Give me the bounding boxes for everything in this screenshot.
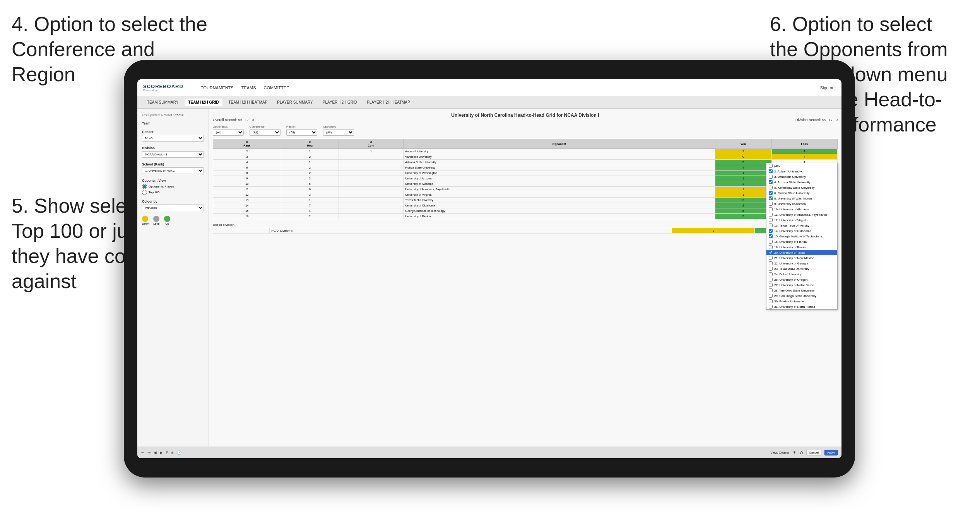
cell-rank: 3 — [213, 154, 281, 160]
view-label: View: Original — [770, 451, 789, 454]
last-updated: Last Updated: 4/7/2024 16:55:38 — [142, 113, 204, 117]
opponent-dropdown-item[interactable]: 11. University of Arkansas, Fayetteville — [766, 212, 837, 217]
table-row: 16 2 University of Florida 5 1 — [213, 214, 838, 219]
cell-conf — [339, 208, 404, 214]
radio-opponents-played[interactable]: Opponents Played — [142, 184, 204, 189]
copy-icon[interactable]: ⎘ — [166, 450, 168, 455]
out-of-division-label: Out of division — [213, 223, 838, 227]
school-select[interactable]: 1. University of Nort... — [142, 167, 204, 174]
clock-icon[interactable]: 🕐 — [177, 450, 181, 455]
back-icon[interactable]: ◀ — [154, 450, 157, 455]
region-filter-select[interactable]: (All) — [286, 129, 317, 136]
opponent-dropdown-item[interactable]: 2. Auburn University — [766, 169, 837, 174]
division-label: Division — [142, 146, 204, 150]
cell-rank: 6 — [213, 165, 281, 171]
opponent-dropdown-item[interactable]: (All) — [766, 163, 837, 169]
table-row: 15 4 Georgia Institute of Technology 5 0 — [213, 208, 838, 214]
opponent-dropdown-item[interactable]: 6. Florida State University — [766, 190, 837, 196]
region-filter-label: Region — [286, 125, 317, 128]
sub-nav-player-summary[interactable]: PLAYER SUMMARY — [273, 99, 316, 106]
format-icon[interactable]: ≡ — [171, 450, 174, 455]
forward-icon[interactable]: ▶ — [160, 450, 163, 455]
table-row: 9 3 University of Arizona 1 0 — [213, 176, 838, 181]
filter-opponent: Opponent (All) — [323, 125, 354, 136]
opponent-dropdown-item[interactable]: 31. University of North Florida — [766, 304, 837, 309]
nav-teams[interactable]: TEAMS — [241, 85, 256, 90]
opponent-dropdown-item[interactable]: 21. University of New Mexico — [766, 255, 837, 261]
cell-opponent: University of Alabama — [404, 181, 715, 187]
division-record: Division Record: 88 - 17 - 0 — [795, 118, 838, 122]
opponent-dropdown-item[interactable]: 23. Texas A&M University — [766, 266, 837, 271]
cancel-button[interactable]: Cancel — [806, 450, 821, 455]
opponent-dropdown-item[interactable]: 22. University of Georgia — [766, 261, 837, 266]
sub-nav-player-h2h-grid[interactable]: PLAYER H2H GRID — [319, 99, 361, 106]
undo-icon[interactable]: ↩ — [141, 450, 144, 455]
cell-reg: 2 — [281, 154, 339, 160]
opponent-dropdown-item[interactable]: 8. University of Washington — [766, 196, 837, 201]
opponent-dropdown-item[interactable]: 10. University of Alabama — [766, 206, 837, 212]
cell-conf — [339, 171, 404, 176]
nav-committee[interactable]: COMMITTEE — [264, 85, 289, 90]
radio-top-100[interactable]: Top 100 — [142, 190, 204, 195]
opponent-view-radio-group: Opponents Played Top 100 — [142, 184, 204, 195]
opponents-filter-select[interactable]: (All) — [213, 129, 244, 136]
opponent-dropdown-item[interactable]: 14. University of Oklahoma — [766, 228, 837, 234]
cell-opponent: University of Arkansas, Fayetteville — [404, 187, 715, 192]
conference-filter-label: Conference — [250, 125, 280, 128]
opponent-dropdown-item[interactable]: 25. University of Oregon — [766, 277, 837, 282]
cell-opponent: University of Florida — [404, 214, 715, 219]
th-rank: #Rank — [213, 139, 281, 149]
colour-select[interactable]: Win/loss — [142, 205, 204, 211]
color-dot-up — [164, 216, 170, 222]
opponent-dropdown-item[interactable]: 3. Vanderbilt University — [766, 174, 837, 179]
nav-tournaments[interactable]: TOURNAMENTS — [201, 85, 234, 90]
cell-win: 3 — [715, 198, 771, 203]
cell-reg: 2 — [281, 165, 339, 171]
sidebar: Last Updated: 4/7/2024 16:55:38 Team Gen… — [137, 109, 209, 447]
sub-nav-team-h2h-grid[interactable]: TEAM H2H GRID — [185, 99, 223, 106]
opponent-dropdown[interactable]: (All)2. Auburn University3. Vanderbilt U… — [766, 163, 838, 310]
sub-nav-player-h2h-heatmap[interactable]: PLAYER H2H HEATMAP — [363, 99, 414, 106]
redo-icon[interactable]: ↪ — [147, 450, 151, 455]
grid-title: University of North Carolina Head-to-Hea… — [213, 113, 838, 118]
apply-button[interactable]: Apply — [824, 450, 838, 455]
opponent-dropdown-item[interactable]: 24. Duke University — [766, 271, 837, 277]
opponent-dropdown-item[interactable]: 30. Purdue University — [766, 298, 837, 304]
opponent-dropdown-item[interactable]: 4. Arizona State University — [766, 179, 837, 185]
opponent-dropdown-item[interactable]: 9. University of Arizona — [766, 201, 837, 206]
opponent-dropdown-item[interactable]: 15. Georgia Institute of Technology — [766, 234, 837, 239]
opponent-dropdown-item[interactable]: 20. University of Texas — [766, 250, 837, 255]
table-row: 6 2 Florida State University 4 2 — [213, 165, 838, 171]
sub-nav-team-summary[interactable]: TEAM SUMMARY — [143, 99, 183, 106]
opponent-dropdown-item[interactable]: 29. San Diego State University — [766, 293, 837, 298]
conference-filter-select[interactable]: (All) — [250, 129, 280, 136]
opponent-dropdown-item[interactable]: 12. University of Virginia — [766, 217, 837, 223]
nav-sign-out[interactable]: Sign out — [820, 85, 836, 90]
opponent-dropdown-item[interactable]: 16. University of Florida — [766, 239, 837, 244]
table-row: 12 3 University of Virginia 1 0 — [213, 192, 838, 198]
cell-rank: 13 — [213, 198, 281, 203]
table-row: 10 5 University of Alabama 3 0 — [213, 181, 838, 187]
opponent-dropdown-item[interactable]: 27. University of Notre Dame — [766, 282, 837, 288]
cell-rank: 8 — [213, 171, 281, 176]
bottom-toolbar: ↩ ↪ ◀ ▶ ⎘ ≡ 🕐 View: Original 👁 W Cancel … — [137, 447, 841, 458]
cell-reg: 3 — [281, 192, 339, 198]
opponent-dropdown-item[interactable]: 5. Kennesaw State University — [766, 185, 837, 190]
opponent-dropdown-item[interactable]: 18. University of Illinois — [766, 244, 837, 250]
table-row: 2 1 1 Auburn University 2 1 — [213, 149, 838, 154]
out-of-division-table: NCAA Division II 1 0 — [213, 228, 838, 234]
cell-conf: 1 — [339, 149, 404, 154]
cell-conf — [339, 165, 404, 171]
colour-label: Colour by — [142, 200, 204, 203]
opponent-dropdown-item[interactable]: 13. Texas Tech University — [766, 223, 837, 228]
filter-region: Region (All) — [286, 125, 317, 136]
out-division-row: NCAA Division II 1 0 — [213, 228, 838, 234]
sub-nav-team-h2h-heatmap[interactable]: TEAM H2H HEATMAP — [224, 99, 271, 106]
division-select[interactable]: NCAA Division I — [142, 151, 204, 158]
cell-rank: 14 — [213, 203, 281, 208]
logo-sub: Powered by : — [143, 89, 193, 92]
gender-select[interactable]: Men's — [142, 135, 204, 142]
opponent-dropdown-item[interactable]: 28. The Ohio State University — [766, 288, 837, 293]
opponent-filter-select[interactable]: (All) — [323, 129, 354, 136]
cell-reg: 5 — [281, 181, 339, 187]
